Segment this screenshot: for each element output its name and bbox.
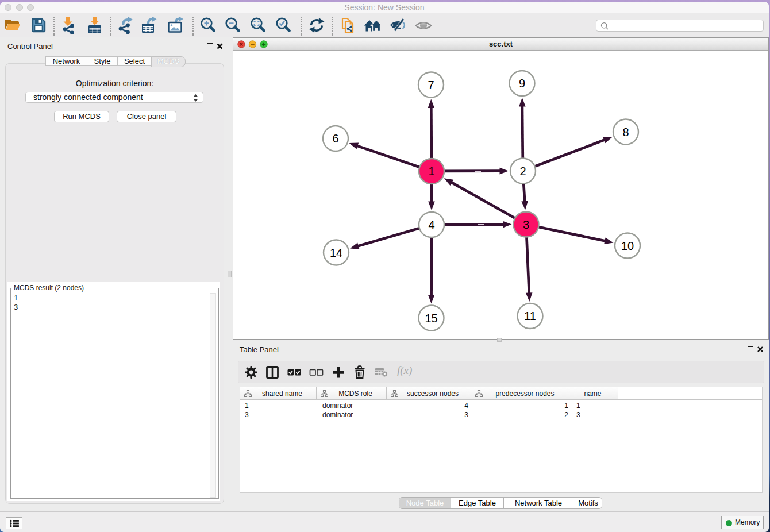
svg-text:1: 1 xyxy=(428,165,434,178)
svg-text:15: 15 xyxy=(425,312,437,325)
svg-text:3: 3 xyxy=(523,218,529,231)
svg-text:10: 10 xyxy=(621,240,634,252)
svg-text:4: 4 xyxy=(428,218,434,231)
svg-text:2: 2 xyxy=(519,165,526,178)
svg-text:11: 11 xyxy=(524,310,536,322)
svg-text:6: 6 xyxy=(332,132,338,145)
svg-text:8: 8 xyxy=(622,126,629,138)
svg-text:9: 9 xyxy=(519,77,525,90)
svg-text:7: 7 xyxy=(428,79,434,91)
svg-text:14: 14 xyxy=(330,246,342,259)
